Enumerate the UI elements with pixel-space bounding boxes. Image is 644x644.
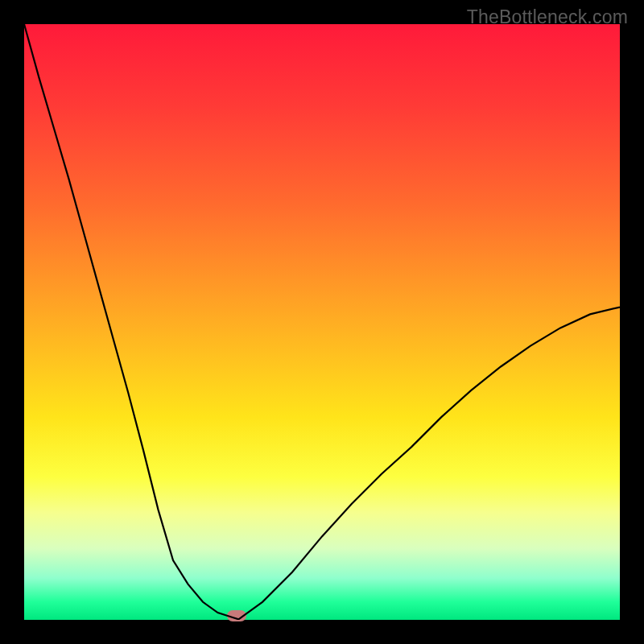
- curve-line: [24, 24, 620, 620]
- chart-image: TheBottleneck.com: [0, 0, 644, 644]
- chart-plot-area: [24, 24, 620, 620]
- optimal-point-marker: [227, 610, 246, 621]
